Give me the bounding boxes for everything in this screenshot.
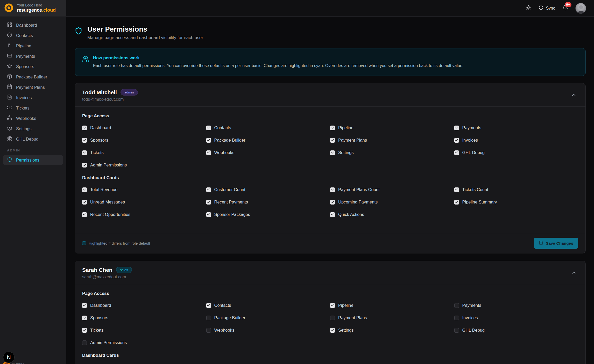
checkbox-item-total-revenue[interactable]: Total Revenue — [82, 187, 206, 192]
checkbox-item-pipeline[interactable]: Pipeline — [330, 303, 454, 308]
checkbox[interactable] — [330, 303, 335, 308]
sidebar-item-pipeline[interactable]: Pipeline — [3, 41, 63, 51]
user-card-header[interactable]: Sarah Chensalessarah@maxxedout.com — [75, 261, 585, 284]
checkbox[interactable] — [82, 212, 87, 217]
checkbox-item-recent-opportunities[interactable]: Recent Opportunities — [82, 212, 206, 217]
checkbox[interactable] — [82, 138, 87, 143]
checkbox-item-customer-count[interactable]: Customer Count — [206, 187, 330, 192]
checkbox[interactable] — [330, 212, 335, 217]
checkbox[interactable] — [82, 328, 87, 333]
checkbox[interactable] — [330, 126, 335, 130]
user-card-header[interactable]: Todd Mitchelladmintodd@maxxedout.com — [75, 83, 585, 107]
checkbox[interactable] — [206, 316, 211, 320]
nextjs-dev-button[interactable]: N — [3, 352, 15, 363]
checkbox-item-tickets[interactable]: Tickets — [82, 150, 206, 155]
checkbox-item-upcoming-payments[interactable]: Upcoming Payments — [330, 200, 454, 205]
checkbox-item-webhooks[interactable]: Webhooks — [206, 328, 330, 333]
notifications-button[interactable]: 9+ — [562, 5, 568, 11]
sync-button[interactable]: Sync — [539, 5, 555, 11]
sidebar-item-package-builder[interactable]: Package Builder — [3, 72, 63, 82]
collapse-card-button[interactable] — [569, 91, 578, 100]
checkbox[interactable] — [206, 212, 211, 217]
checkbox[interactable] — [206, 328, 211, 333]
shield-icon — [7, 157, 12, 163]
checkbox-item-tickets[interactable]: Tickets — [82, 328, 206, 333]
checkbox-item-payment-plans-count[interactable]: Payment Plans Count — [330, 187, 454, 192]
sidebar-item-payments[interactable]: Payments — [3, 51, 63, 61]
checkbox[interactable] — [82, 340, 87, 345]
checkbox-item-contacts[interactable]: Contacts — [206, 125, 330, 130]
checkbox-item-ghl-debug[interactable]: GHL Debug — [454, 328, 578, 333]
checkbox-item-admin-permissions[interactable]: Admin Permissions — [82, 340, 206, 345]
sidebar-item-dashboard[interactable]: Dashboard — [3, 20, 63, 30]
checkbox-item-sponsors[interactable]: Sponsors — [82, 138, 206, 143]
collapse-card-button[interactable] — [569, 268, 578, 278]
checkbox-item-payment-plans[interactable]: Payment Plans — [330, 315, 454, 320]
checkbox[interactable] — [330, 187, 335, 192]
checkbox[interactable] — [82, 163, 87, 168]
sidebar-item-label: Settings — [16, 126, 32, 131]
save-changes-button[interactable]: Save Changes — [534, 238, 578, 249]
checkbox[interactable] — [454, 138, 459, 143]
checkbox-item-payments[interactable]: Payments — [454, 125, 578, 130]
sidebar-item-permissions[interactable]: Permissions — [3, 155, 63, 165]
checkbox-item-pipeline-summary[interactable]: Pipeline Summary — [454, 200, 578, 205]
checkbox-item-quick-actions[interactable]: Quick Actions — [330, 212, 454, 217]
checkbox[interactable] — [330, 150, 335, 155]
sidebar-item-settings[interactable]: Settings — [3, 123, 63, 134]
checkbox[interactable] — [82, 200, 87, 205]
checkbox[interactable] — [206, 187, 211, 192]
checkbox-item-tickets-count[interactable]: Tickets Count — [454, 187, 578, 192]
checkbox-item-unread-messages[interactable]: Unread Messages — [82, 200, 206, 205]
checkbox[interactable] — [454, 200, 459, 205]
checkbox[interactable] — [82, 187, 87, 192]
checkbox-item-admin-permissions[interactable]: Admin Permissions — [82, 163, 206, 168]
checkbox[interactable] — [206, 200, 211, 205]
checkbox[interactable] — [454, 126, 459, 130]
checkbox-item-ghl-debug[interactable]: GHL Debug — [454, 150, 578, 155]
checkbox[interactable] — [454, 303, 459, 308]
checkbox[interactable] — [206, 303, 211, 308]
checkbox[interactable] — [454, 316, 459, 320]
checkbox-item-package-builder[interactable]: Package Builder — [206, 138, 330, 143]
checkbox[interactable] — [82, 126, 87, 130]
checkbox-item-payments[interactable]: Payments — [454, 303, 578, 308]
checkbox-item-contacts[interactable]: Contacts — [206, 303, 330, 308]
brand[interactable]: Your Logo Here resurgence.cloud — [0, 0, 66, 16]
sidebar-item-ghl-debug[interactable]: GHL Debug — [3, 134, 63, 144]
checkbox[interactable] — [454, 187, 459, 192]
checkbox-item-webhooks[interactable]: Webhooks — [206, 150, 330, 155]
user-avatar[interactable] — [575, 3, 586, 14]
checkbox[interactable] — [206, 138, 211, 143]
checkbox-item-invoices[interactable]: Invoices — [454, 315, 578, 320]
checkbox-item-sponsors[interactable]: Sponsors — [82, 315, 206, 320]
sidebar-item-payment-plans[interactable]: Payment Plans — [3, 82, 63, 92]
sidebar-item-contacts[interactable]: Contacts — [3, 30, 63, 41]
checkbox[interactable] — [454, 150, 459, 155]
sidebar-item-webhooks[interactable]: Webhooks — [3, 113, 63, 123]
checkbox-item-settings[interactable]: Settings — [330, 328, 454, 333]
checkbox[interactable] — [206, 150, 211, 155]
theme-toggle-button[interactable] — [526, 5, 531, 11]
checkbox-item-dashboard[interactable]: Dashboard — [82, 303, 206, 308]
checkbox-item-pipeline[interactable]: Pipeline — [330, 125, 454, 130]
sidebar-item-invoices[interactable]: Invoices — [3, 92, 63, 103]
checkbox-item-payment-plans[interactable]: Payment Plans — [330, 138, 454, 143]
checkbox[interactable] — [330, 200, 335, 205]
checkbox-item-dashboard[interactable]: Dashboard — [82, 125, 206, 130]
checkbox-item-invoices[interactable]: Invoices — [454, 138, 578, 143]
checkbox[interactable] — [206, 126, 211, 130]
checkbox-item-settings[interactable]: Settings — [330, 150, 454, 155]
checkbox[interactable] — [82, 150, 87, 155]
checkbox-item-recent-payments[interactable]: Recent Payments — [206, 200, 330, 205]
sidebar-item-sponsors[interactable]: Sponsors — [3, 61, 63, 72]
checkbox[interactable] — [330, 138, 335, 143]
sidebar-item-tickets[interactable]: Tickets — [3, 103, 63, 113]
checkbox-item-package-builder[interactable]: Package Builder — [206, 315, 330, 320]
checkbox-item-sponsor-packages[interactable]: Sponsor Packages — [206, 212, 330, 217]
checkbox[interactable] — [82, 316, 87, 320]
checkbox[interactable] — [82, 303, 87, 308]
checkbox[interactable] — [454, 328, 459, 333]
checkbox[interactable] — [330, 328, 335, 333]
checkbox[interactable] — [330, 316, 335, 320]
